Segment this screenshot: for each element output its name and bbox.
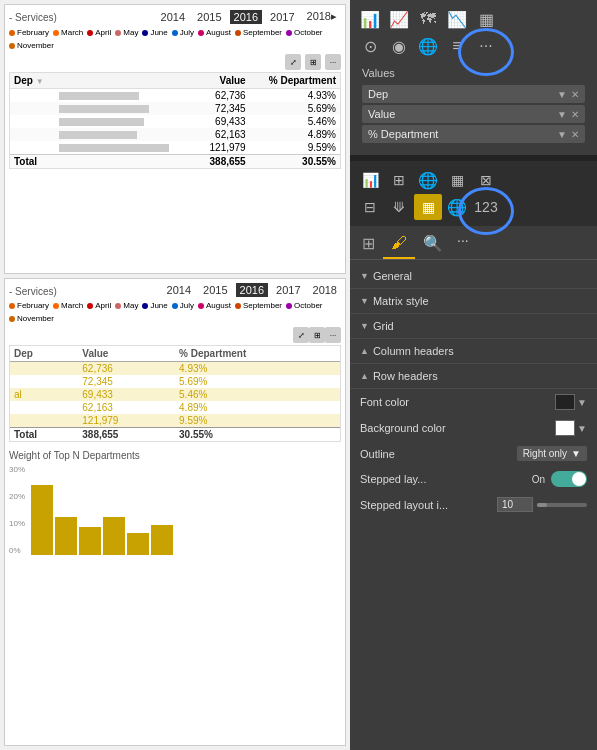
b-toolbar-expand-icon[interactable]: ⤢ <box>293 327 309 343</box>
table-row: 72,3455.69% <box>10 102 340 115</box>
b-chart-icon-3[interactable]: 🌐 <box>414 167 442 193</box>
b-chart-icon-10[interactable]: 123 <box>472 194 500 220</box>
table-row: 62,7364.93% <box>10 89 340 103</box>
b-legend-sep: September <box>235 301 282 310</box>
b-chart-icon-4[interactable]: ▦ <box>443 167 471 193</box>
chart-icon-4[interactable]: 📉 <box>443 6 471 32</box>
font-color-row: Font color ▼ <box>350 389 597 415</box>
field-pct-label: % Department <box>368 128 438 140</box>
year-2016-active[interactable]: 2016 <box>230 10 262 24</box>
b-chart-icon-5[interactable]: ⊠ <box>472 167 500 193</box>
field-dep-dropdown-icon[interactable]: ▼ <box>557 89 567 100</box>
field-value-close-icon[interactable]: ✕ <box>571 109 579 120</box>
section-grid[interactable]: ▼ Grid <box>350 314 597 339</box>
top-section: - Services) 2014 2015 2016 2017 2018▸ Fe… <box>4 4 346 274</box>
field-dep[interactable]: Dep ▼ ✕ <box>362 85 585 103</box>
font-color-dropdown-icon[interactable]: ▼ <box>577 397 587 408</box>
legend-mar: March <box>53 28 83 37</box>
chart-icon-1[interactable]: 📊 <box>356 6 384 32</box>
toolbar-more-icon[interactable]: ··· <box>325 54 341 70</box>
legend-aug: August <box>198 28 231 37</box>
toolbar-filter-icon[interactable]: ⊞ <box>305 54 321 70</box>
section-row-headers[interactable]: ▲ Row headers <box>350 364 597 389</box>
bar-2 <box>55 517 77 555</box>
bg-color-control[interactable]: ▼ <box>555 420 587 436</box>
b-chart-icon-9[interactable]: 🌐 <box>443 194 471 220</box>
year-2014[interactable]: 2014 <box>157 10 189 24</box>
chart-icon-6[interactable]: ⊙ <box>356 33 384 59</box>
value-cell: 121,979 <box>197 141 250 155</box>
bar-cell <box>55 89 197 103</box>
left-panel: - Services) 2014 2015 2016 2017 2018▸ Fe… <box>0 0 350 750</box>
matrix-total-row: Total 388,655 30.55% <box>10 428 340 442</box>
bottom-icons-area: 📊 ⊞ 🌐 ▦ ⊠ ⊟ ⟱ ▦ 🌐 123 <box>350 161 597 226</box>
bottom-year-2015[interactable]: 2015 <box>199 283 231 297</box>
font-color-control[interactable]: ▼ <box>555 394 587 410</box>
b-chart-icon-8-highlighted[interactable]: ▦ <box>414 194 442 220</box>
col-dep-header: Dep ▼ <box>10 73 55 89</box>
more-button[interactable]: ··· <box>451 230 475 259</box>
top-table-container: Dep ▼ Value % Department 62,7364.93% 72,… <box>9 72 341 169</box>
chart-icon-9[interactable]: ≡ <box>443 33 471 59</box>
tab-table[interactable]: ⊞ <box>354 230 383 259</box>
b-chart-icon-7[interactable]: ⟱ <box>385 194 413 220</box>
year-2018[interactable]: 2018▸ <box>303 9 341 24</box>
pct-cell: 9.59% <box>250 141 340 155</box>
bg-color-row: Background color ▼ <box>350 415 597 441</box>
section-matrix-label: ▼ Matrix style <box>360 295 429 307</box>
icon-grid-top: 📊 📈 🗺 📉 ▦ ⊙ ◉ 🌐 ≡ ··· <box>354 4 593 61</box>
tab-analytics[interactable]: 🔍 <box>415 230 451 259</box>
pct-cell: 5.69% <box>250 102 340 115</box>
field-value[interactable]: Value ▼ ✕ <box>362 105 585 123</box>
chart-icon-10[interactable]: ··· <box>472 33 500 59</box>
bottom-year-2016-active[interactable]: 2016 <box>236 283 268 297</box>
chart-icon-5[interactable]: ▦ <box>472 6 500 32</box>
stepped-layout-toggle[interactable]: On <box>532 471 587 487</box>
field-pct-dropdown-icon[interactable]: ▼ <box>557 129 567 140</box>
stepped-layout-track[interactable] <box>551 471 587 487</box>
font-color-swatch[interactable] <box>555 394 575 410</box>
bottom-year-2017[interactable]: 2017 <box>272 283 304 297</box>
value-cell: 62,163 <box>197 128 250 141</box>
outline-dropdown[interactable]: Right only ▼ <box>517 446 587 461</box>
field-pct[interactable]: % Department ▼ ✕ <box>362 125 585 143</box>
chevron-grid: ▼ <box>360 321 369 331</box>
year-2017[interactable]: 2017 <box>266 10 298 24</box>
bottom-year-2014[interactable]: 2014 <box>163 283 195 297</box>
chevron-general: ▼ <box>360 271 369 281</box>
b-chart-icon-1[interactable]: 📊 <box>356 167 384 193</box>
stepped-layout-slider-track[interactable] <box>537 503 587 507</box>
bottom-year-2018[interactable]: 2018 <box>309 283 341 297</box>
matrix-row: 62,7364.93% <box>10 362 340 376</box>
chart-icon-7[interactable]: ◉ <box>385 33 413 59</box>
m-dep-cell <box>10 375 78 388</box>
chevron-col-headers: ▲ <box>360 346 369 356</box>
b-chart-icon-6[interactable]: ⊟ <box>356 194 384 220</box>
legend-sep: September <box>235 28 282 37</box>
chart-icon-8[interactable]: 🌐 <box>414 33 442 59</box>
section-general[interactable]: ▼ General <box>350 264 597 289</box>
b-toolbar-more-icon[interactable]: ··· <box>325 327 341 343</box>
field-value-dropdown-icon[interactable]: ▼ <box>557 109 567 120</box>
field-pct-close-icon[interactable]: ✕ <box>571 129 579 140</box>
top-toolbar: ⤢ ⊞ ··· <box>9 54 341 70</box>
bg-color-swatch[interactable] <box>555 420 575 436</box>
b-legend-feb: February <box>9 301 49 310</box>
section-matrix-style[interactable]: ▼ Matrix style <box>350 289 597 314</box>
b-chart-icon-2[interactable]: ⊞ <box>385 167 413 193</box>
stepped-layout-i-input[interactable] <box>497 497 533 512</box>
m-pct-cell: 4.93% <box>175 362 340 376</box>
outline-label: Outline <box>360 448 395 460</box>
field-dep-close-icon[interactable]: ✕ <box>571 89 579 100</box>
b-toolbar-filter-icon[interactable]: ⊞ <box>309 327 325 343</box>
chart-icon-3[interactable]: 🗺 <box>414 6 442 32</box>
bg-color-dropdown-icon[interactable]: ▼ <box>577 423 587 434</box>
tab-format[interactable]: 🖌 <box>383 230 415 259</box>
year-2015[interactable]: 2015 <box>193 10 225 24</box>
toolbar-expand-icon[interactable]: ⤢ <box>285 54 301 70</box>
b-legend-mar: March <box>53 301 83 310</box>
b-legend-may: May <box>115 301 138 310</box>
section-column-headers[interactable]: ▲ Column headers <box>350 339 597 364</box>
stepped-layout-i-label: Stepped layout i... <box>360 499 448 511</box>
chart-icon-2[interactable]: 📈 <box>385 6 413 32</box>
